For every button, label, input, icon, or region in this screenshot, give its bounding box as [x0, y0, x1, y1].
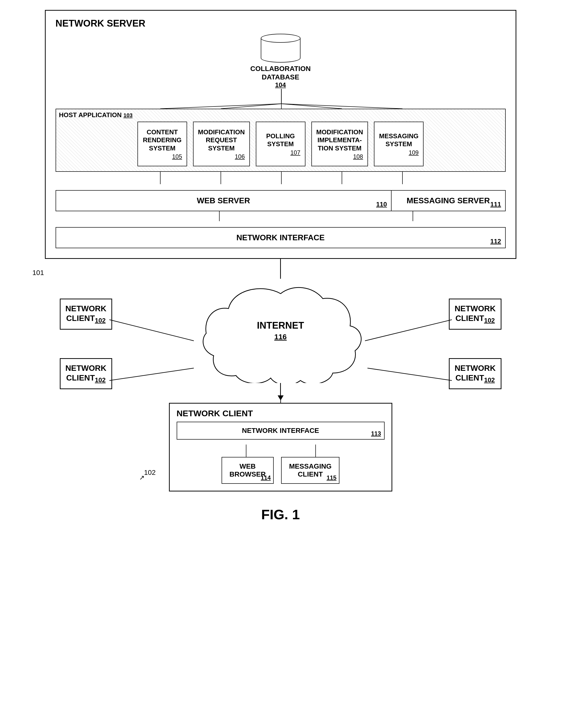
ref-arrow: ↗	[139, 474, 145, 482]
client-ref-lt: 102	[95, 317, 106, 324]
modification-request-ref: 106	[235, 153, 245, 160]
content-rendering-label: CONTENTRENDERINGSYSTEM	[143, 128, 182, 152]
host-app-label: HOST APPLICATION 103	[59, 111, 133, 119]
network-interface-label: NETWORK INTERFACE	[237, 233, 325, 242]
modification-impl-label: MODIFICATIONIMPLEMENTA-TION SYSTEM	[316, 128, 363, 152]
messaging-client-ref: 115	[326, 474, 336, 481]
client-left-top: NETWORKCLIENT102	[60, 299, 112, 330]
client-ref-lb: 102	[95, 376, 106, 384]
client-box-right-top: NETWORKCLIENT102	[449, 299, 501, 330]
client-left-bottom: NETWORKCLIENT102	[60, 358, 112, 389]
svg-line-4	[281, 104, 342, 109]
inner-ni-label: NETWORK INTERFACE	[242, 427, 319, 434]
figure-label: FIG. 1	[261, 506, 300, 522]
messaging-client-label: MESSAGINGCLIENT	[289, 462, 331, 478]
svg-line-2	[221, 104, 281, 109]
messaging-system-ref: 109	[409, 149, 418, 156]
client-box-right-bottom: NETWORKCLIENT102	[449, 358, 501, 389]
network-interface-ref: 112	[490, 238, 501, 245]
system-box-messaging-system: MESSAGINGSYSTEM 109	[374, 122, 423, 166]
svg-line-1	[160, 104, 281, 109]
inner-ni-ref: 113	[371, 430, 381, 437]
content-rendering-ref: 105	[172, 153, 182, 160]
client-right-bottom: NETWORKCLIENT102	[449, 358, 501, 389]
diagram-container: NETWORK SERVER COLLABORATIONDATABASE 104	[20, 10, 541, 522]
collab-db-wrapper: COLLABORATIONDATABASE 104	[56, 34, 506, 89]
web-browser-label: WEBBROWSER	[230, 462, 266, 478]
client-label-right-bottom: NETWORKCLIENT102	[454, 363, 495, 384]
host-application-wrapper: HOST APPLICATION 103 CONTENTRENDERINGSYS…	[56, 109, 506, 172]
internet-ref: 116	[274, 333, 286, 341]
server-to-ni-connectors	[56, 211, 507, 221]
cloud-center: INTERNET 116	[45, 279, 516, 383]
modification-impl-ref: 108	[353, 153, 363, 160]
client-label-left-top: NETWORKCLIENT102	[66, 304, 107, 324]
web-server-ref: 110	[376, 201, 387, 208]
arrow-head-down	[278, 395, 283, 400]
detailed-client-ref-label: 102	[144, 469, 156, 477]
db-label: COLLABORATIONDATABASE 104	[251, 65, 311, 89]
vertical-line-1	[280, 259, 281, 279]
network-server-label: NETWORK SERVER	[56, 18, 506, 29]
polling-label: POLLINGSYSTEM	[266, 132, 295, 148]
system-box-modification-impl: MODIFICATIONIMPLEMENTA-TION SYSTEM 108	[311, 122, 368, 166]
messaging-server-label: MESSAGING SERVER	[407, 196, 490, 205]
web-server-box: WEB SERVER 110	[56, 190, 391, 211]
client-ref-rb: 102	[484, 376, 495, 384]
network-interface-box: NETWORK INTERFACE 112	[56, 227, 506, 248]
polling-ref: 107	[290, 149, 300, 156]
internet-area: INTERNET 116 NETWORKCLIENT102 NETWORKCLI…	[45, 279, 516, 383]
messaging-server-box: MESSAGING SERVER 111	[391, 190, 506, 211]
web-browser-box: WEBBROWSER 114	[222, 457, 274, 484]
client-label-right-top: NETWORKCLIENT102	[454, 304, 495, 324]
db-ref: 104	[251, 81, 311, 89]
modification-request-label: MODIFICATIONREQUESTSYSTEM	[198, 128, 245, 152]
detailed-client-area: 102 ↗ NETWORK CLIENT NETWORK INTERFACE 1…	[169, 403, 392, 491]
messaging-server-ref: 111	[490, 201, 501, 208]
client-box-left-top: NETWORKCLIENT102	[60, 299, 112, 330]
db-connectors-svg	[56, 89, 507, 109]
server-ref-101: 101	[33, 269, 44, 277]
system-box-content-rendering: CONTENTRENDERINGSYSTEM 105	[138, 122, 187, 166]
host-app-ref: 103	[124, 112, 133, 118]
client-box-left-bottom: NETWORKCLIENT102	[60, 358, 112, 389]
db-cylinder	[261, 34, 300, 63]
messaging-system-label: MESSAGINGSYSTEM	[379, 132, 418, 148]
system-box-modification-request: MODIFICATIONREQUESTSYSTEM 106	[193, 122, 250, 166]
messaging-client-box: MESSAGINGCLIENT 115	[281, 457, 339, 484]
web-server-label: WEB SERVER	[197, 196, 250, 205]
collaboration-database: COLLABORATIONDATABASE 104	[251, 34, 311, 89]
system-to-server-connectors	[56, 172, 507, 184]
internet-label: INTERNET	[257, 320, 304, 331]
system-box-polling: POLLINGSYSTEM 107	[256, 122, 305, 166]
client-right-top: NETWORKCLIENT102	[449, 299, 501, 330]
server-to-internet-arrow: 101	[20, 259, 541, 279]
inner-connectors	[177, 445, 385, 457]
detailed-network-client-box: NETWORK CLIENT NETWORK INTERFACE 113 WEB…	[169, 403, 392, 491]
cloud-label: INTERNET 116	[257, 320, 304, 342]
svg-line-5	[281, 104, 402, 109]
inner-boxes-row: WEBBROWSER 114 MESSAGINGCLIENT 115	[177, 457, 384, 484]
cloud-container: INTERNET 116	[194, 279, 367, 383]
db-top	[261, 34, 300, 43]
detailed-client-label: NETWORK CLIENT	[177, 409, 384, 418]
network-server-box: NETWORK SERVER COLLABORATIONDATABASE 104	[45, 10, 516, 259]
host-application-box: HOST APPLICATION 103 CONTENTRENDERINGSYS…	[56, 109, 506, 172]
web-browser-ref: 114	[261, 474, 271, 481]
client-ref-rt: 102	[484, 317, 495, 324]
inner-network-interface: NETWORK INTERFACE 113	[177, 422, 384, 440]
servers-row: WEB SERVER 110 MESSAGING SERVER 111	[56, 190, 506, 211]
client-label-left-bottom: NETWORKCLIENT102	[66, 363, 107, 384]
